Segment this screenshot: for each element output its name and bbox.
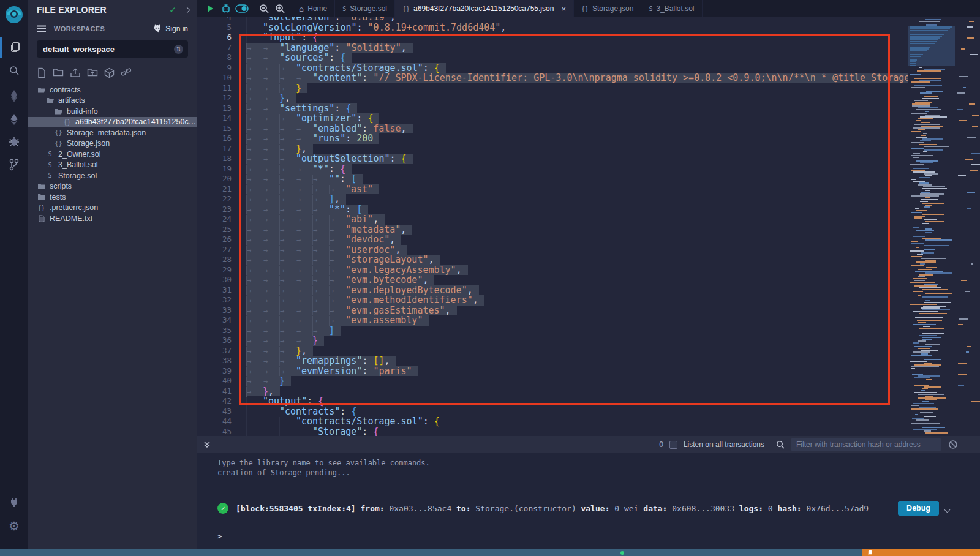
editor-line-31[interactable]: 31→→→→→→"evm.deployedBytecode",: [197, 285, 908, 296]
transaction-row[interactable]: ✓ [block:5583405 txIndex:4] from: 0xa03.…: [217, 501, 980, 516]
minimap[interactable]: [908, 17, 955, 436]
tree-item-tests[interactable]: tests: [28, 192, 197, 203]
rail-file-explorer-icon[interactable]: [0, 37, 28, 58]
close-tab-icon[interactable]: ×: [561, 4, 566, 13]
editor-line-33[interactable]: 33→→→→→→"evm.gasEstimates",: [197, 306, 908, 316]
editor-line-42[interactable]: 42→"output": {: [197, 396, 908, 407]
editor-line-20[interactable]: 20→→→→→"": [: [197, 174, 908, 184]
cube-icon[interactable]: [104, 67, 115, 78]
sign-in-button[interactable]: Sign in: [153, 24, 188, 33]
zoom-out-icon[interactable]: [256, 0, 272, 17]
transaction-summary: [block:5583405 txIndex:4] from: 0xa03...…: [236, 504, 898, 513]
tree-item--prettierrc-json[interactable]: {}.prettierrc.json: [28, 203, 197, 214]
editor-line-44[interactable]: 44→→→"contracts/Storage.sol": {: [197, 416, 908, 427]
workspace-select[interactable]: default_workspace ⇅: [37, 40, 188, 58]
editor-line-41[interactable]: 41→},: [197, 386, 908, 397]
editor-line-32[interactable]: 32→→→→→→"evm.methodIdentifiers",: [197, 295, 908, 306]
editor-line-18[interactable]: 18→→→"outputSelection": {: [197, 154, 908, 164]
link-icon[interactable]: [121, 67, 132, 78]
rail-settings-icon[interactable]: ⚙: [0, 516, 28, 536]
tree-item-build-info[interactable]: build-info: [28, 106, 197, 117]
tree-item-storage-sol[interactable]: SStorage.sol: [28, 170, 197, 181]
tree-item-readme-txt[interactable]: README.txt: [28, 213, 197, 224]
editor-line-10[interactable]: 10→→→→"content": "// SPDX-License-Identi…: [197, 73, 908, 83]
editor-line-16[interactable]: 16→→→→"runs": 200: [197, 133, 908, 144]
editor-line-35[interactable]: 35→→→→→]: [197, 326, 908, 336]
zoom-in-icon[interactable]: [272, 0, 288, 17]
editor-line-19[interactable]: 19→→→→"*": {: [197, 164, 908, 175]
editor-line-25[interactable]: 25→→→→→→"metadata",: [197, 225, 908, 235]
editor-line-39[interactable]: 39→→→"evmVersion": "paris": [197, 366, 908, 377]
tree-item-2-owner-sol[interactable]: S2_Owner.sol: [28, 149, 197, 160]
rail-deploy-run-icon[interactable]: [0, 109, 28, 130]
tree-item-a69b43f277ba20fcac141151250ca7-[interactable]: {}a69b43f277ba20fcac141151250ca7...: [28, 117, 197, 128]
upload-file-icon[interactable]: [70, 67, 81, 78]
editor-line-6[interactable]: 6→"input": {: [197, 32, 908, 43]
editor-line-36[interactable]: 36→→→→}: [197, 336, 908, 346]
editor-line-14[interactable]: 14→→→"optimizer": {: [197, 113, 908, 124]
editor-line-7[interactable]: 7→→"language": "Solidity",: [197, 43, 908, 53]
editor-line-22[interactable]: 22→→→→→],: [197, 194, 908, 205]
listen-checkbox[interactable]: [669, 441, 677, 449]
hamburger-icon[interactable]: [37, 25, 47, 32]
terminal-prompt[interactable]: >: [217, 532, 980, 541]
editor-line-13[interactable]: 13→→"settings": {: [197, 103, 908, 114]
rail-plugin-manager-icon[interactable]: [0, 492, 28, 513]
editor-line-8[interactable]: 8→→"sources": {: [197, 53, 908, 63]
editor-line-37[interactable]: 37→→→},: [197, 346, 908, 356]
new-folder-icon[interactable]: [53, 67, 64, 78]
scam-alert-badge[interactable]: [862, 549, 980, 556]
rail-git-icon[interactable]: [0, 154, 28, 175]
editor-line-5[interactable]: 5→"solcLongVersion": "0.8.19+commit.7dd6…: [197, 23, 908, 33]
overview-ruler[interactable]: [956, 17, 980, 436]
editor-line-11[interactable]: 11→→→}: [197, 83, 908, 94]
chevron-right-icon[interactable]: [184, 7, 190, 13]
new-file-icon[interactable]: [37, 67, 47, 78]
editor-line-23[interactable]: 23→→→→→"*": [: [197, 205, 908, 215]
tree-item-storage-metadata-json[interactable]: {}Storage_metadata.json: [28, 127, 197, 138]
tree-item-contracts[interactable]: contracts: [28, 85, 197, 96]
tree-item-storage-json[interactable]: {}Storage.json: [28, 138, 197, 149]
tab-home[interactable]: ⌂Home: [292, 0, 335, 17]
check-icon: ✓: [169, 5, 176, 15]
editor-line-26[interactable]: 26→→→→→→"devdoc",: [197, 235, 908, 245]
upload-folder-icon[interactable]: [87, 67, 98, 78]
editor-line-9[interactable]: 9→→→"contracts/Storage.sol": {: [197, 63, 908, 73]
editor-line-15[interactable]: 15→→→→"enabled": false,: [197, 124, 908, 134]
editor-line-24[interactable]: 24→→→→→→"abi",: [197, 214, 908, 225]
tree-item-scripts[interactable]: scripts: [28, 181, 197, 192]
tab-storage-json[interactable]: {}Storage.json: [574, 0, 641, 17]
editor-line-27[interactable]: 27→→→→→→"userdoc",: [197, 245, 908, 255]
tree-item-artifacts[interactable]: artifacts: [28, 96, 197, 107]
editor-line-43[interactable]: 43→→"contracts": {: [197, 407, 908, 417]
transaction-filter-input[interactable]: [791, 438, 941, 451]
tab-a69b43f277ba20fcac141151250ca755-json[interactable]: {}a69b43f277ba20fcac141151250ca755.json×: [395, 0, 574, 17]
editor-line-34[interactable]: 34→→→→→→"evm.assembly": [197, 315, 908, 326]
code-editor[interactable]: 4→"solcVersion": "0.8.19",5→"solcLongVer…: [197, 17, 980, 436]
line-number: 16: [197, 133, 232, 144]
rail-solidity-compiler-icon[interactable]: [0, 86, 28, 107]
editor-line-17[interactable]: 17→→→},: [197, 144, 908, 154]
run-script-button[interactable]: [202, 0, 218, 17]
ai-robot-icon[interactable]: [218, 0, 234, 17]
editor-line-40[interactable]: 40→→}: [197, 376, 908, 386]
editor-line-21[interactable]: 21→→→→→→"ast": [197, 184, 908, 195]
expand-transaction-icon[interactable]: [945, 503, 949, 514]
tab-3-ballot-sol[interactable]: S3_Ballot.sol: [641, 0, 702, 17]
copilot-toggle[interactable]: [234, 0, 250, 17]
clear-console-icon[interactable]: [948, 440, 958, 449]
tab-storage-sol[interactable]: SStorage.sol: [335, 0, 395, 17]
rail-search-icon[interactable]: [0, 60, 28, 81]
debug-button[interactable]: Debug: [898, 501, 939, 516]
tree-item-3-ballot-sol[interactable]: S3_Ballot.sol: [28, 160, 197, 171]
editor-line-45[interactable]: 45→→→→"Storage": {: [197, 427, 908, 437]
editor-line-38[interactable]: 38→→→"remappings": [],: [197, 356, 908, 366]
rail-debugger-icon[interactable]: [0, 131, 28, 152]
editor-line-28[interactable]: 28→→→→→→"storageLayout",: [197, 255, 908, 265]
editor-line-12[interactable]: 12→→},: [197, 93, 908, 103]
editor-line-30[interactable]: 30→→→→→→"evm.bytecode",: [197, 275, 908, 285]
remix-logo-icon[interactable]: [2, 4, 26, 28]
terminal-log-line: creation of Storage pending...: [217, 468, 980, 478]
editor-line-29[interactable]: 29→→→→→→"evm.legacyAssembly",: [197, 265, 908, 276]
terminal-collapse-icon[interactable]: [203, 441, 211, 448]
